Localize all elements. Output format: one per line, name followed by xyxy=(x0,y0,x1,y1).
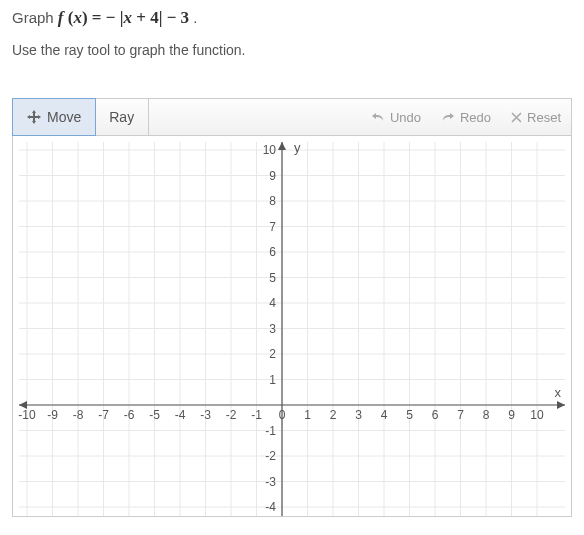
undo-icon xyxy=(371,111,385,123)
svg-text:-4: -4 xyxy=(265,500,276,514)
svg-text:9: 9 xyxy=(508,408,515,422)
redo-button[interactable]: Redo xyxy=(431,99,501,135)
svg-text:4: 4 xyxy=(381,408,388,422)
move-tool[interactable]: Move xyxy=(12,98,96,136)
graph-panel: -10-9-8-7-6-5-4-3-2-1012345678910-4-3-2-… xyxy=(12,136,572,517)
svg-text:-5: -5 xyxy=(149,408,160,422)
redo-label: Redo xyxy=(460,110,491,125)
svg-text:-2: -2 xyxy=(265,449,276,463)
svg-text:-1: -1 xyxy=(251,408,262,422)
coordinate-plane[interactable]: -10-9-8-7-6-5-4-3-2-1012345678910-4-3-2-… xyxy=(13,136,571,516)
svg-text:7: 7 xyxy=(269,220,276,234)
svg-text:4: 4 xyxy=(269,296,276,310)
svg-marker-75 xyxy=(557,401,565,409)
svg-text:-3: -3 xyxy=(265,475,276,489)
svg-text:2: 2 xyxy=(330,408,337,422)
reset-icon xyxy=(511,112,522,123)
svg-text:-10: -10 xyxy=(18,408,36,422)
svg-text:8: 8 xyxy=(483,408,490,422)
undo-button[interactable]: Undo xyxy=(361,99,431,135)
svg-text:-6: -6 xyxy=(124,408,135,422)
svg-text:-3: -3 xyxy=(200,408,211,422)
svg-text:-8: -8 xyxy=(73,408,84,422)
svg-text:8: 8 xyxy=(269,194,276,208)
ray-tool-label: Ray xyxy=(109,109,134,125)
svg-text:-1: -1 xyxy=(265,424,276,438)
svg-text:9: 9 xyxy=(269,169,276,183)
toolbar-spacer xyxy=(149,99,361,135)
svg-text:2: 2 xyxy=(269,347,276,361)
svg-text:5: 5 xyxy=(269,271,276,285)
svg-text:6: 6 xyxy=(432,408,439,422)
question-prompt: Graph f (x) = − |x + 4| − 3 . xyxy=(12,8,584,28)
svg-text:y: y xyxy=(294,140,301,155)
svg-text:3: 3 xyxy=(355,408,362,422)
ray-tool[interactable]: Ray xyxy=(95,99,149,135)
svg-text:10: 10 xyxy=(263,143,277,157)
move-icon xyxy=(27,110,41,124)
svg-text:-2: -2 xyxy=(226,408,237,422)
svg-text:1: 1 xyxy=(304,408,311,422)
svg-text:-9: -9 xyxy=(47,408,58,422)
reset-button[interactable]: Reset xyxy=(501,99,571,135)
svg-text:-4: -4 xyxy=(175,408,186,422)
prompt-prefix: Graph xyxy=(12,9,58,26)
svg-text:-7: -7 xyxy=(98,408,109,422)
svg-text:10: 10 xyxy=(530,408,544,422)
prompt-suffix: . xyxy=(193,9,197,26)
graph-toolbar: Move Ray Undo Redo Reset xyxy=(12,98,572,136)
redo-icon xyxy=(441,111,455,123)
svg-text:1: 1 xyxy=(269,373,276,387)
svg-text:x: x xyxy=(555,385,562,400)
undo-label: Undo xyxy=(390,110,421,125)
svg-text:6: 6 xyxy=(269,245,276,259)
svg-text:5: 5 xyxy=(406,408,413,422)
move-tool-label: Move xyxy=(47,109,81,125)
equation: f (x) = − |x + 4| − 3 xyxy=(58,8,194,27)
svg-text:7: 7 xyxy=(457,408,464,422)
instruction-text: Use the ray tool to graph the function. xyxy=(12,42,584,58)
svg-marker-77 xyxy=(278,142,286,150)
reset-label: Reset xyxy=(527,110,561,125)
svg-text:0: 0 xyxy=(279,408,286,422)
svg-text:3: 3 xyxy=(269,322,276,336)
